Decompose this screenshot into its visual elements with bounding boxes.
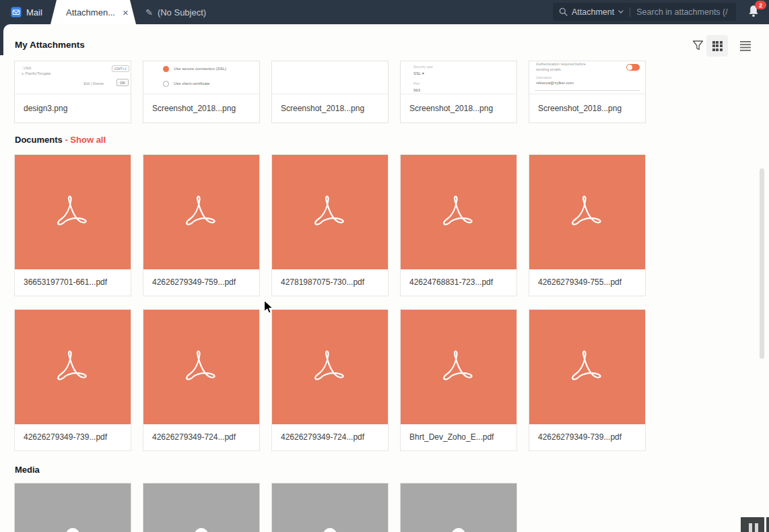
pdf-acrobat-icon	[180, 191, 222, 233]
file-name: Screenshot_2018...png	[143, 94, 259, 123]
pdf-thumbnail	[15, 310, 131, 424]
play-circle-icon	[195, 528, 208, 532]
pdf-acrobat-icon	[566, 346, 608, 388]
preview-text: rebecca@zylker.com	[536, 81, 574, 85]
preview-text: 993	[413, 88, 420, 92]
top-tab-bar: Mail Attachmen... × ✎ (No Subject) Attac…	[0, 0, 769, 24]
pdf-thumbnail	[143, 310, 259, 424]
attachment-card-pdf[interactable]: 42626279349-739...pdf	[529, 309, 646, 451]
documents-section-title: Documents	[15, 135, 63, 145]
pdf-thumbnail	[15, 155, 131, 269]
grid-view-icon	[712, 41, 723, 51]
close-icon[interactable]: ×	[123, 7, 129, 18]
file-name: Screenshot_2018...png	[529, 94, 645, 123]
list-view-icon	[740, 41, 751, 51]
pdf-thumbnail	[401, 310, 516, 424]
file-name: Bhrt_Dev_Zoho_E...pdf	[401, 424, 516, 451]
attachment-card-media[interactable]	[14, 483, 131, 532]
attachment-card-pdf[interactable]: 42626279349-739...pdf	[14, 309, 131, 451]
file-name: Screenshot_2018...png	[401, 94, 516, 123]
play-circle-icon	[66, 528, 79, 532]
preview-text: Authentication required before	[536, 62, 586, 66]
pause-button-edge	[766, 517, 769, 532]
image-thumbnail	[272, 61, 388, 94]
media-row	[14, 483, 517, 532]
file-name: 42626279349-759...pdf	[143, 269, 259, 296]
preview-text: , USA	[22, 66, 31, 70]
notification-badge: 2	[755, 1, 766, 9]
attachment-card-media[interactable]	[271, 483, 389, 532]
attachment-card-pdf[interactable]: 42626279349-755...pdf	[529, 154, 646, 296]
preview-badge: (GMT+1	[112, 65, 129, 72]
preview-text: Use secure connection (SSL)	[174, 67, 226, 71]
pdf-acrobat-icon	[309, 191, 351, 233]
pdf-acrobat-icon	[438, 346, 479, 388]
tab-attachments-active[interactable]: Attachmen... ×	[51, 0, 136, 24]
attachment-card-media[interactable]	[143, 483, 260, 532]
attachment-card-pdf[interactable]: 42626279349-724...pdf	[143, 309, 260, 451]
preview-button: OK	[116, 79, 129, 86]
attachment-card-media[interactable]	[400, 483, 517, 532]
show-all-link[interactable]: - Show all	[65, 135, 106, 145]
search-bar[interactable]: Attachment Search in attachments (/	[553, 3, 736, 21]
chevron-down-icon	[618, 10, 624, 13]
attachment-card-pdf[interactable]: 42626279349-724...pdf	[271, 309, 389, 451]
toggle-on-icon	[626, 64, 640, 71]
pdf-acrobat-icon	[566, 191, 608, 233]
attachment-card-image[interactable]: Screenshot_2018...png	[271, 61, 389, 123]
attachment-card-pdf[interactable]: Bhrt_Dev_Zoho_E...pdf	[400, 309, 517, 451]
pdf-thumbnail	[529, 310, 645, 424]
attachment-card-pdf[interactable]: 42626279349-759...pdf	[143, 154, 260, 296]
pdf-acrobat-icon	[438, 191, 479, 233]
pencil-icon: ✎	[145, 7, 153, 18]
pdf-thumbnail	[401, 155, 516, 269]
tab-attachments-label: Attachmen...	[66, 7, 115, 18]
pdf-acrobat-icon	[180, 346, 222, 388]
preview-text: Port	[413, 81, 420, 86]
pause-button[interactable]	[741, 517, 764, 532]
pdf-thumbnail	[272, 155, 388, 269]
attachment-card-pdf[interactable]: 42781987075-730...pdf	[271, 154, 389, 296]
filter-button[interactable]	[690, 37, 706, 55]
preview-text: Use client certificate	[174, 81, 210, 86]
search-input[interactable]: Search in attachments (/	[636, 7, 727, 17]
play-circle-icon	[323, 528, 337, 532]
file-name: 42626279349-755...pdf	[529, 269, 645, 296]
attachment-card-pdf[interactable]: 36653197701-661...pdf	[14, 154, 131, 296]
attachment-card-image[interactable]: Use secure connection (SSL) Use client c…	[143, 61, 260, 123]
preview-text: Edit | Delete	[83, 81, 104, 86]
attachment-card-image[interactable]: Security type SSL ▾ Port 993 Screenshot_…	[400, 61, 517, 123]
preview-text: sending emails	[536, 67, 561, 71]
search-scope-dropdown[interactable]: Attachment	[572, 7, 614, 17]
image-thumbnail: Security type SSL ▾ Port 993	[401, 61, 516, 94]
radio-off-icon	[163, 81, 169, 87]
attachment-card-image[interactable]: Authentication required before sending e…	[529, 61, 646, 123]
preview-text: SSL ▾	[413, 71, 424, 75]
pdf-acrobat-icon	[52, 346, 94, 388]
pdf-acrobat-icon	[309, 346, 351, 388]
filter-icon	[692, 40, 704, 52]
preview-divider	[535, 90, 640, 91]
file-name: 42624768831-723...pdf	[401, 269, 516, 296]
pause-icon	[749, 523, 752, 532]
file-name: 36653197701-661...pdf	[15, 269, 131, 296]
file-name: 42626279349-724...pdf	[272, 424, 388, 451]
pdf-acrobat-icon	[52, 191, 94, 233]
documents-row-2: 42626279349-739...pdf 42626279349-724...…	[14, 309, 646, 451]
grid-view-button[interactable]	[706, 35, 728, 57]
tab-no-subject[interactable]: ✎ (No Subject)	[145, 0, 206, 24]
pause-icon	[755, 523, 758, 532]
image-thumbnail: Use secure connection (SSL) Use client c…	[143, 61, 259, 94]
vertical-scrollbar-thumb[interactable]	[760, 168, 764, 359]
pdf-thumbnail	[529, 155, 645, 269]
radio-on-icon	[163, 66, 169, 72]
list-view-button[interactable]	[737, 38, 754, 53]
mail-icon	[11, 7, 22, 18]
attachment-card-pdf[interactable]: 42624768831-723...pdf	[400, 154, 517, 296]
pdf-thumbnail	[143, 155, 259, 269]
images-row: , USA s, Pacific/Tongata (GMT+1 Edit | D…	[14, 61, 646, 123]
page-title: My Attachments	[15, 40, 85, 50]
attachment-card-image[interactable]: , USA s, Pacific/Tongata (GMT+1 Edit | D…	[14, 61, 131, 123]
tab-mail[interactable]: Mail	[11, 0, 42, 24]
attachments-page: Mail Attachmen... × ✎ (No Subject) Attac…	[0, 0, 769, 532]
